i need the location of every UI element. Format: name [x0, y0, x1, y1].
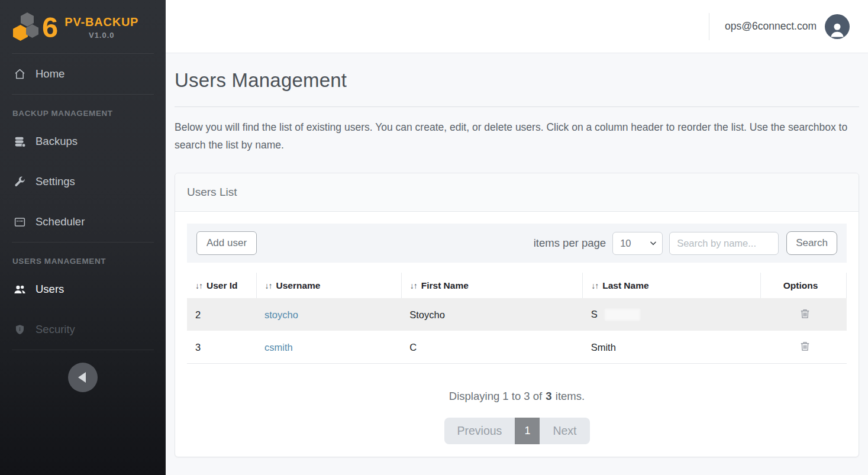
- pagination-current-page[interactable]: 1: [515, 418, 540, 444]
- users-icon: [14, 283, 26, 296]
- delete-user-button[interactable]: [798, 339, 812, 356]
- pagination-next-button[interactable]: Next: [540, 418, 589, 444]
- sort-icon: ↓↑: [591, 281, 598, 290]
- items-summary: Displaying 1 to 3 of 3 items.: [187, 390, 847, 403]
- search-input[interactable]: [669, 232, 779, 255]
- column-header-first-name[interactable]: ↓↑First Name: [401, 273, 582, 298]
- person-icon: [828, 20, 846, 39]
- redacted-patch: [605, 309, 640, 321]
- topbar: ops@6connect.com: [166, 0, 868, 53]
- card-title: Users List: [175, 173, 859, 212]
- sidebar-item-label: Settings: [36, 175, 75, 188]
- users-list-card: Users List Add user items per page 10: [175, 173, 859, 457]
- username-link[interactable]: csmith: [264, 342, 293, 353]
- column-header-last-name[interactable]: ↓↑Last Name: [583, 273, 761, 298]
- user-avatar[interactable]: [825, 14, 850, 39]
- sidebar-item-label: Backups: [36, 135, 78, 148]
- page-title: Users Management: [175, 69, 859, 92]
- sidebar-item-scheduler[interactable]: Scheduler: [0, 202, 166, 242]
- sidebar-item-label: Home: [36, 67, 64, 80]
- trash-icon: [799, 340, 811, 353]
- table-header-row: ↓↑User Id ↓↑Username ↓↑First Name ↓↑Last…: [187, 273, 847, 298]
- wrench-icon: [14, 176, 26, 188]
- sidebar-item-home[interactable]: Home: [0, 54, 166, 94]
- app-title: PV-BACKUP: [64, 15, 138, 29]
- trash-icon: [799, 308, 811, 320]
- hexagons-logo-icon: [13, 12, 40, 42]
- sidebar-item-security[interactable]: Security: [0, 309, 166, 350]
- sidebar: 6 PV-BACKUP V1.0.0 Home BACKUP MANAGEMEN…: [0, 0, 166, 475]
- sidebar-section-users-management: USERS MANAGEMENT: [0, 243, 166, 269]
- sidebar-collapse-button[interactable]: [68, 363, 98, 392]
- pagination: Previous 1 Next: [444, 418, 590, 444]
- cell-user-id: 2: [187, 298, 256, 331]
- page-content: Users Management Below you will find the…: [166, 53, 868, 475]
- column-header-user-id[interactable]: ↓↑User Id: [187, 273, 256, 298]
- column-header-options: Options: [761, 273, 847, 298]
- items-total: 3: [546, 390, 551, 402]
- sort-icon: ↓↑: [410, 281, 417, 290]
- logo-number: 6: [42, 14, 58, 40]
- sidebar-divider: [12, 350, 154, 350]
- sidebar-section-backup-management: BACKUP MANAGEMENT: [0, 95, 166, 121]
- sidebar-item-label: Users: [36, 283, 64, 296]
- delete-user-button[interactable]: [798, 306, 812, 323]
- sort-icon: ↓↑: [195, 281, 202, 290]
- chevron-left-icon: [78, 372, 86, 383]
- cell-first-name: C: [401, 331, 582, 364]
- items-per-page-select[interactable]: 10: [612, 232, 663, 255]
- pagination-previous-button[interactable]: Previous: [444, 418, 515, 444]
- sort-icon: ↓↑: [265, 281, 272, 290]
- main-area: ops@6connect.com Users Management Below …: [166, 0, 868, 475]
- sidebar-item-label: Security: [36, 323, 75, 336]
- shield-icon: [14, 324, 26, 336]
- sidebar-item-users[interactable]: Users: [0, 269, 166, 309]
- table-row: 2 stoycho Stoycho S: [187, 298, 847, 331]
- cell-first-name: Stoycho: [401, 298, 582, 331]
- table-row: 3 csmith C Smith: [187, 331, 847, 364]
- home-icon: [14, 68, 26, 80]
- username-link[interactable]: stoycho: [264, 309, 298, 320]
- sidebar-item-settings[interactable]: Settings: [0, 161, 166, 202]
- scheduler-window-icon: [14, 216, 26, 228]
- users-table: ↓↑User Id ↓↑Username ↓↑First Name ↓↑Last…: [187, 273, 847, 364]
- database-icon: [14, 135, 26, 148]
- sidebar-item-label: Scheduler: [36, 215, 85, 228]
- sidebar-item-backups[interactable]: Backups: [0, 121, 166, 161]
- topbar-divider: [709, 13, 709, 40]
- app-logo[interactable]: 6 PV-BACKUP V1.0.0: [0, 0, 166, 53]
- user-email: ops@6connect.com: [725, 20, 817, 33]
- items-per-page-label: items per page: [534, 237, 606, 250]
- page-description: Below you will find the list of existing…: [175, 118, 859, 154]
- search-button[interactable]: Search: [786, 231, 837, 255]
- cell-last-name: S: [591, 309, 598, 319]
- cell-last-name: Smith: [583, 331, 761, 364]
- cell-user-id: 3: [187, 331, 256, 364]
- title-divider: [175, 106, 859, 107]
- app-version: V1.0.0: [64, 31, 138, 40]
- table-toolbar: Add user items per page 10 Search: [187, 224, 847, 263]
- add-user-button[interactable]: Add user: [196, 231, 257, 255]
- column-header-username[interactable]: ↓↑Username: [256, 273, 401, 298]
